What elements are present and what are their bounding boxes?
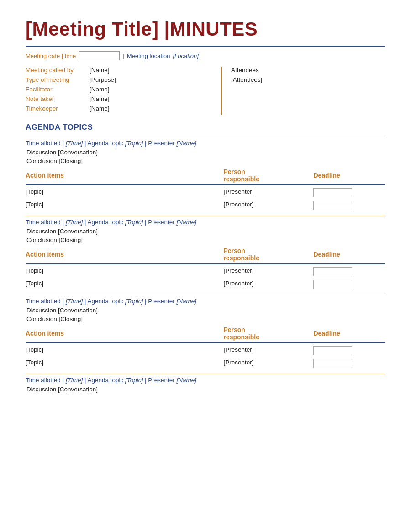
action-deadline-1-1 xyxy=(313,277,385,290)
action-row-0-0: [Topic][Presenter] xyxy=(26,185,385,198)
agenda-topic-1: Time allotted | [Time] | Agenda topic [T… xyxy=(26,216,385,290)
action-topic-1-0: [Topic] xyxy=(26,264,223,277)
action-topic-2-1: [Topic] xyxy=(26,356,223,369)
action-topic-1-1: [Topic] xyxy=(26,277,223,290)
type-row: Type of meeting [Purpose] xyxy=(26,76,212,83)
called-by-row: Meeting called by [Name] xyxy=(26,67,212,74)
agenda-divider-1 xyxy=(26,216,385,216)
info-right: Attendees [Attendees] xyxy=(222,67,385,115)
agenda-header-2: Time allotted | [Time] | Agenda topic [T… xyxy=(26,298,385,305)
date-input[interactable] xyxy=(79,51,120,60)
agenda-header-0: Time allotted | [Time] | Agenda topic [T… xyxy=(26,140,385,147)
location-value: [Location] xyxy=(173,53,198,59)
facilitator-label: Facilitator xyxy=(26,86,85,93)
agenda-header-3: Time allotted | [Time] | Agenda topic [T… xyxy=(26,377,385,384)
header-rule xyxy=(26,46,385,47)
action-topic-0-0: [Topic] xyxy=(26,185,223,198)
deadline-input-0-1[interactable] xyxy=(313,201,352,210)
action-deadline-2-0 xyxy=(313,343,385,356)
agenda-conclusion-0: Conclusion [Closing] xyxy=(26,158,385,164)
page-title: [Meeting Title] |MINUTES xyxy=(26,18,385,40)
action-topic-0-1: [Topic] xyxy=(26,198,223,211)
person-responsible-header-1: Personresponsible xyxy=(223,245,313,264)
agenda-discussion-3: Discussion [Conversation] xyxy=(26,386,385,393)
called-by-value: [Name] xyxy=(90,67,110,74)
location-label: Meeting location xyxy=(127,53,170,59)
action-items-header-0: Action items xyxy=(26,166,223,185)
date-label: Meeting date | time xyxy=(26,53,76,59)
timekeeper-value: [Name] xyxy=(90,105,110,112)
person-responsible-header-0: Personresponsible xyxy=(223,166,313,185)
action-row-0-1: [Topic][Presenter] xyxy=(26,198,385,211)
separator: | xyxy=(122,53,124,59)
timekeeper-row: Timekeeper [Name] xyxy=(26,105,212,112)
attendees-value: [Attendees] xyxy=(231,76,385,83)
action-presenter-1-0: [Presenter] xyxy=(223,264,313,277)
agenda-title: AGENDA TOPICS xyxy=(26,123,385,132)
action-row-1-1: [Topic][Presenter] xyxy=(26,277,385,290)
action-deadline-1-0 xyxy=(313,264,385,277)
agenda-topic-0: Time allotted | [Time] | Agenda topic [T… xyxy=(26,137,385,211)
deadline-header-2: Deadline xyxy=(313,324,385,343)
agenda-header-1: Time allotted | [Time] | Agenda topic [T… xyxy=(26,219,385,226)
agenda-topic-2: Time allotted | [Time] | Agenda topic [T… xyxy=(26,295,385,369)
meeting-info-grid: Meeting called by [Name] Type of meeting… xyxy=(26,67,385,115)
agenda-container: Time allotted | [Time] | Agenda topic [T… xyxy=(26,137,385,393)
deadline-input-2-0[interactable] xyxy=(313,346,352,355)
agenda-topic-3: Time allotted | [Time] | Agenda topic [T… xyxy=(26,374,385,393)
action-row-1-0: [Topic][Presenter] xyxy=(26,264,385,277)
action-presenter-0-1: [Presenter] xyxy=(223,198,313,211)
agenda-conclusion-1: Conclusion [Closing] xyxy=(26,237,385,243)
agenda-divider-3 xyxy=(26,374,385,374)
agenda-conclusion-2: Conclusion [Closing] xyxy=(26,316,385,322)
agenda-divider-2 xyxy=(26,295,385,295)
info-left: Meeting called by [Name] Type of meeting… xyxy=(26,67,222,115)
action-table-2: Action itemsPersonresponsibleDeadline[To… xyxy=(26,324,385,369)
action-table-0: Action itemsPersonresponsibleDeadline[To… xyxy=(26,166,385,211)
action-topic-2-0: [Topic] xyxy=(26,343,223,356)
facilitator-row: Facilitator [Name] xyxy=(26,86,212,93)
timekeeper-label: Timekeeper xyxy=(26,105,85,112)
deadline-input-1-0[interactable] xyxy=(313,267,352,276)
action-deadline-2-1 xyxy=(313,356,385,369)
action-deadline-0-1 xyxy=(313,198,385,211)
action-presenter-1-1: [Presenter] xyxy=(223,277,313,290)
agenda-discussion-0: Discussion [Conversation] xyxy=(26,149,385,156)
person-responsible-header-2: Personresponsible xyxy=(223,324,313,343)
action-presenter-0-0: [Presenter] xyxy=(223,185,313,198)
note-taker-row: Note taker [Name] xyxy=(26,95,212,102)
action-presenter-2-0: [Presenter] xyxy=(223,343,313,356)
deadline-header-0: Deadline xyxy=(313,166,385,185)
action-items-header-2: Action items xyxy=(26,324,223,343)
deadline-input-2-1[interactable] xyxy=(313,359,352,368)
action-deadline-0-0 xyxy=(313,185,385,198)
deadline-header-1: Deadline xyxy=(313,245,385,264)
deadline-input-1-1[interactable] xyxy=(313,280,352,289)
meeting-date-row: Meeting date | time | Meeting location [… xyxy=(26,51,385,60)
agenda-discussion-2: Discussion [Conversation] xyxy=(26,307,385,314)
type-value: [Purpose] xyxy=(90,76,116,83)
note-taker-value: [Name] xyxy=(90,95,110,102)
action-row-2-0: [Topic][Presenter] xyxy=(26,343,385,356)
attendees-label: Attendees xyxy=(231,67,385,74)
deadline-input-0-0[interactable] xyxy=(313,188,352,197)
called-by-label: Meeting called by xyxy=(26,67,85,74)
action-presenter-2-1: [Presenter] xyxy=(223,356,313,369)
agenda-discussion-1: Discussion [Conversation] xyxy=(26,228,385,235)
facilitator-value: [Name] xyxy=(90,86,110,93)
action-row-2-1: [Topic][Presenter] xyxy=(26,356,385,369)
agenda-divider-0 xyxy=(26,137,385,137)
action-items-header-1: Action items xyxy=(26,245,223,264)
action-table-1: Action itemsPersonresponsibleDeadline[To… xyxy=(26,245,385,290)
note-taker-label: Note taker xyxy=(26,95,85,102)
type-label: Type of meeting xyxy=(26,76,85,83)
